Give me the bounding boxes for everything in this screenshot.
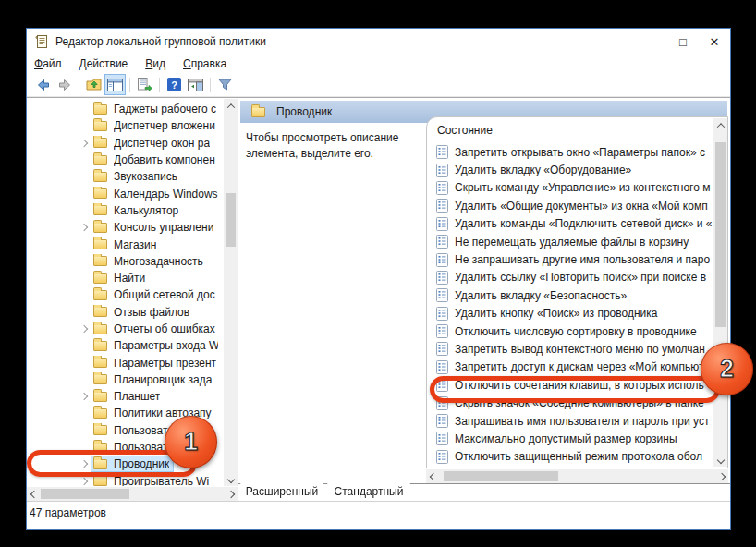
policy-row[interactable]: Запретить доступ к дискам через «Мой ком… — [427, 359, 713, 376]
tree-item-selection[interactable]: Калькулятор — [91, 202, 183, 219]
policy-row[interactable]: Удалить кнопку «Поиск» из проводника — [427, 305, 713, 322]
list-horizontal-scrollbar[interactable] — [426, 469, 728, 483]
tree-item-selection[interactable]: Отчеты об ошибках — [91, 321, 220, 337]
tree-item[interactable]: Общий сетевой дос — [27, 286, 223, 303]
tree-item-selection[interactable]: Планировщик зада — [91, 371, 216, 388]
folder-icon — [93, 425, 107, 435]
chevron-right-icon[interactable] — [77, 394, 91, 399]
tree-item-selection[interactable]: Параметры презент — [91, 355, 221, 371]
column-header-state[interactable]: Состояние — [437, 124, 493, 137]
policy-setting-icon — [436, 199, 448, 213]
policy-row[interactable]: Удалить команды «Подключить сетевой диск… — [427, 215, 713, 233]
tree-item[interactable]: Планшет — [27, 388, 223, 405]
list-vertical-scrollbar[interactable] — [713, 118, 727, 467]
help-icon[interactable]: ? — [165, 75, 184, 94]
tree-item-selection[interactable]: Добавить компонен — [91, 152, 220, 168]
tree-item-selection[interactable]: Отзыв файлов — [91, 304, 194, 321]
tree-vscroll-thumb[interactable] — [226, 193, 236, 247]
policy-row[interactable]: Скрыть команду «Управление» из контекстн… — [427, 179, 713, 197]
tree-item-selection[interactable]: Магазин — [91, 237, 161, 253]
scroll-up-icon[interactable] — [713, 118, 727, 132]
show-console-tree-icon[interactable] — [105, 75, 125, 94]
show-extended-pane-icon[interactable] — [186, 75, 205, 94]
tree-item[interactable]: Звукозапись — [27, 168, 223, 185]
chevron-right-icon[interactable] — [77, 225, 91, 230]
tree-item[interactable]: Найти — [27, 270, 223, 286]
policy-row[interactable]: Максимально допустимый размер корзины — [427, 430, 713, 447]
tree-item[interactable]: Калькулятор — [27, 202, 223, 219]
back-icon[interactable] — [33, 75, 53, 94]
tree-item[interactable]: Гаджеты рабочего с — [27, 101, 223, 117]
tree-item-selection[interactable]: Параметры входа W — [91, 337, 223, 354]
filter-icon[interactable] — [215, 75, 235, 94]
policy-setting-icon — [436, 271, 448, 285]
tree-item-selection[interactable]: Найти — [91, 270, 150, 286]
tree-item[interactable]: Параметры презент — [27, 354, 223, 371]
tree-item[interactable]: Календарь Windows — [27, 185, 223, 201]
policy-row[interactable]: Не перемещать удаляемые файлы в корзину — [427, 233, 713, 250]
tree-item-selection[interactable]: Планшет — [91, 388, 165, 405]
forward-icon[interactable] — [55, 75, 74, 94]
menu-help[interactable]: Справка — [183, 57, 226, 70]
scroll-down-icon[interactable] — [713, 453, 727, 467]
scroll-up-icon[interactable] — [224, 99, 238, 113]
tree-item-label: Планшет — [114, 390, 160, 403]
scroll-left-icon[interactable] — [426, 469, 440, 483]
scroll-left-icon[interactable] — [27, 487, 41, 501]
list-hscroll-thumb[interactable] — [444, 471, 558, 481]
menu-file[interactable]: Файл — [34, 57, 62, 70]
maximize-button[interactable]: □ — [667, 29, 699, 55]
tree-item[interactable]: Магазин — [27, 236, 223, 252]
tree-item-selection[interactable]: Гаджеты рабочего с — [91, 101, 221, 117]
folder-icon — [93, 324, 107, 334]
policy-row[interactable]: Запрашивать имя пользователя и пароль пр… — [427, 412, 713, 430]
menu-view[interactable]: Вид — [145, 57, 165, 70]
tree-item[interactable]: Диспетчер вложени — [27, 117, 223, 134]
chevron-right-icon[interactable] — [77, 326, 91, 332]
policy-row[interactable]: Удалить «Общие документы» из окна «Мой к… — [427, 197, 713, 214]
tree-item-selection[interactable]: Общий сетевой дос — [91, 286, 220, 303]
export-list-icon[interactable] — [135, 75, 154, 94]
tree-item[interactable]: Отзыв файлов — [27, 304, 223, 321]
tree-item[interactable]: Добавить компонен — [27, 152, 223, 168]
minimize-button[interactable]: — — [636, 29, 667, 55]
policy-row[interactable]: Запретить вывод контекстного меню по умо… — [427, 340, 713, 358]
folder-icon — [93, 172, 107, 182]
tree-item-selection[interactable]: Многозадачность — [91, 253, 208, 270]
folder-icon — [93, 205, 107, 215]
tab-extended[interactable]: Расширенный — [240, 483, 323, 500]
scroll-right-icon[interactable] — [714, 469, 728, 483]
tree-item-selection[interactable]: Диспетчер окон ра — [91, 135, 214, 152]
tree-item[interactable]: Многозадачность — [27, 253, 223, 270]
menu-action[interactable]: Действие — [79, 57, 128, 70]
list-vscroll-thumb[interactable] — [715, 142, 726, 327]
policy-row[interactable]: Удалить вкладку «Оборудование» — [427, 161, 713, 178]
tree-item-selection[interactable]: Диспетчер вложени — [91, 117, 220, 134]
tree-hscroll-thumb[interactable] — [41, 489, 129, 499]
tree-item-selection[interactable]: Консоль управлени — [91, 219, 218, 236]
tree-item[interactable]: Консоль управлени — [27, 219, 223, 236]
policy-row[interactable]: Удалить ссылку «Повторить поиск» при пои… — [427, 269, 713, 286]
tree-item[interactable]: Диспетчер окон ра — [27, 135, 223, 152]
chevron-right-icon[interactable] — [77, 479, 91, 484]
chevron-right-icon[interactable] — [77, 140, 91, 146]
toolbar-separator — [159, 78, 160, 92]
policy-row[interactable]: Отключить числовую сортировку в проводни… — [427, 322, 713, 340]
tab-standard[interactable]: Стандартный — [327, 483, 410, 500]
tree-item-selection[interactable]: Календарь Windows — [91, 186, 223, 202]
policy-row[interactable]: Удалить вкладку «Безопасность» — [427, 286, 713, 304]
up-one-level-icon[interactable] — [84, 75, 104, 94]
tree-horizontal-scrollbar[interactable] — [27, 487, 238, 501]
policy-row-label: Скрыть команду «Управление» из контекстн… — [455, 181, 710, 194]
policy-row[interactable]: Не запрашивать другие имя пользователя и… — [427, 250, 713, 268]
scroll-down-icon[interactable] — [224, 472, 238, 486]
tree-item-selection[interactable]: Звукозапись — [91, 168, 182, 185]
policy-row[interactable]: Отключить защищенный режим протокола обо… — [427, 448, 713, 466]
tree-item[interactable]: Отчеты об ошибках — [27, 321, 223, 337]
close-button[interactable]: ✕ — [699, 29, 730, 55]
scroll-right-icon[interactable] — [224, 487, 238, 501]
tree-vertical-scrollbar[interactable] — [224, 99, 238, 486]
tree-item[interactable]: Планировщик зада — [27, 371, 223, 388]
policy-row[interactable]: Запретить открывать окно «Параметры папо… — [427, 143, 713, 161]
tree-item[interactable]: Параметры входа W — [27, 337, 223, 354]
